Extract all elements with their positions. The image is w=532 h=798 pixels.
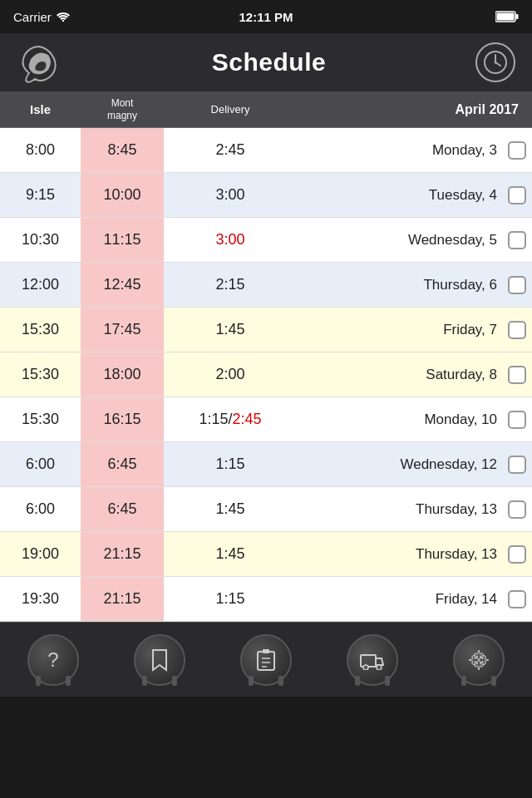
row-checkbox[interactable]	[502, 411, 532, 429]
cell-delivery: 1:45	[164, 545, 297, 563]
row-checkbox[interactable]	[502, 186, 532, 204]
cell-montmagny: 21:15	[81, 577, 164, 621]
cell-delivery: 2:00	[164, 366, 297, 383]
col-header-isle: Isle	[0, 102, 81, 116]
cell-date: Thursday, 13	[297, 546, 502, 563]
cell-isle: 8:00	[0, 141, 81, 159]
cell-isle: 12:00	[0, 276, 81, 293]
cell-montmagny: 6:45	[81, 442, 164, 486]
row-checkbox[interactable]	[502, 231, 532, 249]
cell-date: Thursday, 13	[297, 501, 502, 518]
cell-date: Saturday, 8	[297, 367, 502, 383]
table-row[interactable]: 15:3018:002:00Saturday, 8	[0, 352, 532, 397]
cell-date: Monday, 3	[297, 142, 502, 159]
wifi-icon	[57, 12, 70, 22]
table-row[interactable]: 6:006:451:45Thursday, 13	[0, 487, 532, 532]
row-checkbox[interactable]	[502, 456, 532, 474]
cell-isle: 6:00	[0, 500, 81, 518]
cell-montmagny: 6:45	[81, 487, 164, 531]
cell-isle: 19:30	[0, 590, 81, 608]
cell-delivery: 1:45	[164, 321, 297, 338]
status-time: 12:11 PM	[239, 10, 293, 24]
cell-date: Tuesday, 4	[297, 187, 502, 204]
table-row[interactable]: 9:1510:003:00Tuesday, 4	[0, 173, 532, 218]
cell-date: Monday, 10	[297, 411, 502, 428]
table-row[interactable]: 6:006:451:15Wednesday, 12	[0, 442, 532, 487]
col-header-montmagny: Mont magny	[81, 97, 164, 121]
cell-delivery: 1:15	[164, 590, 297, 608]
svg-rect-14	[361, 655, 376, 667]
cell-montmagny: 17:45	[81, 308, 164, 352]
row-checkbox[interactable]	[502, 366, 532, 384]
battery-icon	[495, 11, 519, 22]
cell-delivery: 3:00	[164, 231, 297, 249]
table-row[interactable]: 8:008:452:45Monday, 3	[0, 128, 532, 173]
cell-montmagny: 12:45	[81, 263, 164, 307]
table-row[interactable]: 12:0012:452:15Thursday, 6	[0, 263, 532, 308]
cell-isle: 19:00	[0, 545, 81, 563]
row-checkbox[interactable]	[502, 321, 532, 339]
status-carrier-wifi: Carrier	[13, 10, 70, 24]
svg-text:?: ?	[47, 648, 58, 671]
table-row[interactable]: 10:3011:153:00Wednesday, 5	[0, 218, 532, 263]
cell-isle: 10:30	[0, 231, 81, 249]
cell-montmagny: 11:15	[81, 218, 164, 262]
svg-point-7	[495, 62, 497, 64]
row-checkbox[interactable]	[502, 545, 532, 564]
cell-date: Friday, 7	[297, 322, 502, 338]
carrier-label: Carrier	[13, 10, 52, 24]
bookmark-tab[interactable]	[126, 627, 193, 693]
cell-delivery: 1:45	[164, 500, 297, 518]
help-tab[interactable]: ?	[20, 627, 86, 693]
status-bar: Carrier 12:11 PM	[0, 0, 532, 33]
cell-date: Wednesday, 12	[297, 456, 502, 473]
bookmark-icon	[134, 634, 185, 686]
app-logo	[17, 40, 62, 86]
clock-icon	[482, 49, 509, 76]
cell-date: Wednesday, 5	[297, 232, 502, 249]
cell-delivery: 1:15	[164, 456, 297, 473]
column-headers: Isle Mont magny Delivery April 2017	[0, 91, 532, 128]
status-battery	[495, 11, 519, 22]
cell-isle: 6:00	[0, 456, 81, 473]
table-row[interactable]: 15:3017:451:45Friday, 7	[0, 308, 532, 352]
table-row[interactable]: 19:0021:151:45Thursday, 13	[0, 532, 532, 577]
cell-delivery: 2:45	[164, 141, 297, 159]
delivery-tab[interactable]	[339, 627, 406, 693]
cell-delivery: 3:00	[164, 186, 297, 204]
header: Schedule	[0, 33, 532, 91]
table-row[interactable]: 15:3016:151:15/2:45Monday, 10	[0, 397, 532, 442]
schedule-table: 8:008:452:45Monday, 39:1510:003:00Tuesda…	[0, 128, 532, 622]
col-header-month: April 2017	[297, 102, 532, 117]
row-checkbox[interactable]	[502, 500, 532, 519]
svg-rect-3	[516, 14, 519, 19]
clock-button[interactable]	[475, 42, 515, 82]
tab-bar: ?	[0, 622, 532, 697]
cell-montmagny: 21:15	[81, 532, 164, 576]
page-title: Schedule	[212, 48, 326, 76]
svg-point-15	[363, 665, 368, 670]
cell-isle: 15:30	[0, 366, 81, 383]
cell-date: Thursday, 6	[297, 277, 502, 293]
gear-icon	[453, 634, 505, 686]
col-header-delivery: Delivery	[164, 103, 297, 116]
cell-delivery: 1:15/2:45	[164, 411, 297, 428]
question-icon: ?	[27, 634, 79, 686]
svg-rect-10	[263, 649, 269, 653]
cell-isle: 15:30	[0, 411, 81, 428]
cell-isle: 15:30	[0, 321, 81, 338]
cell-isle: 9:15	[0, 186, 81, 204]
svg-point-16	[377, 665, 382, 670]
cell-montmagny: 8:45	[81, 128, 164, 172]
row-checkbox[interactable]	[502, 590, 532, 608]
cell-delivery: 2:15	[164, 276, 297, 293]
settings-tab[interactable]	[446, 627, 512, 693]
cell-montmagny: 16:15	[81, 397, 164, 441]
row-checkbox[interactable]	[502, 141, 532, 160]
clipboard-tab[interactable]	[233, 627, 299, 693]
cell-montmagny: 10:00	[81, 173, 164, 217]
clipboard-icon	[240, 634, 292, 686]
svg-point-0	[62, 20, 64, 22]
row-checkbox[interactable]	[502, 276, 532, 294]
table-row[interactable]: 19:3021:151:15Friday, 14	[0, 577, 532, 622]
